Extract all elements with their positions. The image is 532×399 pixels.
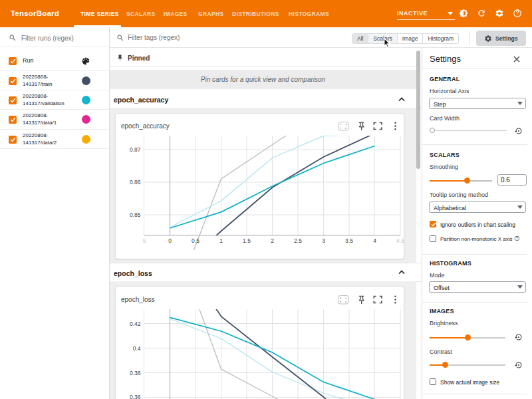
svg-text:4.5: 4.5 <box>396 237 404 244</box>
svg-text:0.85: 0.85 <box>130 211 141 218</box>
svg-text:0: 0 <box>168 237 172 244</box>
svg-text:0.4: 0.4 <box>133 345 141 352</box>
svg-text:4: 4 <box>373 237 376 244</box>
svg-text:epoch_accuracy: epoch_accuracy <box>121 122 170 130</box>
svg-text:1: 1 <box>219 237 223 244</box>
svg-text:epoch_loss: epoch_loss <box>121 296 155 303</box>
svg-text:0.87: 0.87 <box>130 146 141 153</box>
svg-text:0.86: 0.86 <box>130 179 141 186</box>
svg-text:5: 5 <box>143 237 146 244</box>
svg-text:2.5: 2.5 <box>294 237 302 244</box>
svg-text:0.42: 0.42 <box>130 321 141 327</box>
svg-text:0.5: 0.5 <box>192 237 200 244</box>
svg-text:3.5: 3.5 <box>345 237 353 244</box>
svg-text:3: 3 <box>322 237 325 244</box>
svg-text:0.36: 0.36 <box>130 394 141 399</box>
svg-text:2: 2 <box>271 237 274 244</box>
svg-text:1.5: 1.5 <box>243 237 251 244</box>
svg-text:0.38: 0.38 <box>130 370 141 376</box>
